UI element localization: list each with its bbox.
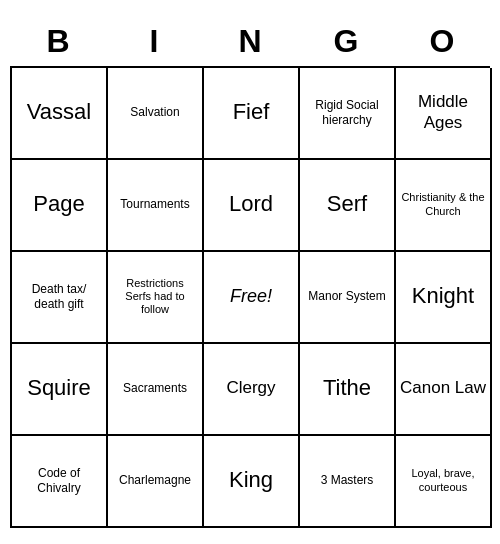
cell-text: Manor System (308, 289, 385, 303)
cell-text: Knight (412, 283, 474, 309)
header-letter: I (110, 23, 198, 60)
cell-text: Canon Law (400, 378, 486, 398)
cell-text: Rigid Social hierarchy (304, 98, 390, 127)
bingo-cell: Clergy (204, 344, 300, 436)
bingo-cell: Middle Ages (396, 68, 492, 160)
bingo-cell: Lord (204, 160, 300, 252)
bingo-cell: Canon Law (396, 344, 492, 436)
bingo-header: BINGO (10, 17, 490, 66)
bingo-cell: King (204, 436, 300, 528)
bingo-cell: Squire (12, 344, 108, 436)
bingo-cell: Manor System (300, 252, 396, 344)
cell-text: Page (33, 191, 84, 217)
bingo-cell: Loyal, brave, courteous (396, 436, 492, 528)
cell-text: Tournaments (120, 197, 189, 211)
bingo-cell: Restrictions Serfs had to follow (108, 252, 204, 344)
bingo-cell: Serf (300, 160, 396, 252)
bingo-cell: Charlemagne (108, 436, 204, 528)
cell-text: Charlemagne (119, 473, 191, 487)
cell-text: Loyal, brave, courteous (400, 467, 486, 493)
cell-text: Lord (229, 191, 273, 217)
bingo-grid: VassalSalvationFiefRigid Social hierarch… (10, 66, 490, 528)
bingo-cell: Knight (396, 252, 492, 344)
cell-text: 3 Masters (321, 473, 374, 487)
cell-text: King (229, 467, 273, 493)
cell-text: Serf (327, 191, 367, 217)
cell-text: Code of Chivalry (16, 466, 102, 495)
bingo-card: BINGO VassalSalvationFiefRigid Social hi… (10, 17, 490, 528)
bingo-cell: 3 Masters (300, 436, 396, 528)
header-letter: B (14, 23, 102, 60)
cell-text: Restrictions Serfs had to follow (112, 277, 198, 317)
cell-text: Christianity & the Church (400, 191, 486, 217)
bingo-cell: Code of Chivalry (12, 436, 108, 528)
cell-text: Tithe (323, 375, 371, 401)
bingo-cell: Tithe (300, 344, 396, 436)
bingo-cell: Rigid Social hierarchy (300, 68, 396, 160)
cell-text: Clergy (226, 378, 275, 398)
bingo-cell: Vassal (12, 68, 108, 160)
cell-text: Sacraments (123, 381, 187, 395)
bingo-cell: Christianity & the Church (396, 160, 492, 252)
cell-text: Squire (27, 375, 91, 401)
bingo-cell: Sacraments (108, 344, 204, 436)
bingo-cell: Fief (204, 68, 300, 160)
bingo-cell: Free! (204, 252, 300, 344)
cell-text: Middle Ages (400, 92, 486, 133)
cell-text: Vassal (27, 99, 91, 125)
bingo-cell: Tournaments (108, 160, 204, 252)
bingo-cell: Salvation (108, 68, 204, 160)
header-letter: O (398, 23, 486, 60)
cell-text: Fief (233, 99, 270, 125)
bingo-cell: Page (12, 160, 108, 252)
cell-text: Free! (230, 286, 272, 308)
bingo-cell: Death tax/ death gift (12, 252, 108, 344)
header-letter: G (302, 23, 390, 60)
header-letter: N (206, 23, 294, 60)
cell-text: Salvation (130, 105, 179, 119)
cell-text: Death tax/ death gift (16, 282, 102, 311)
